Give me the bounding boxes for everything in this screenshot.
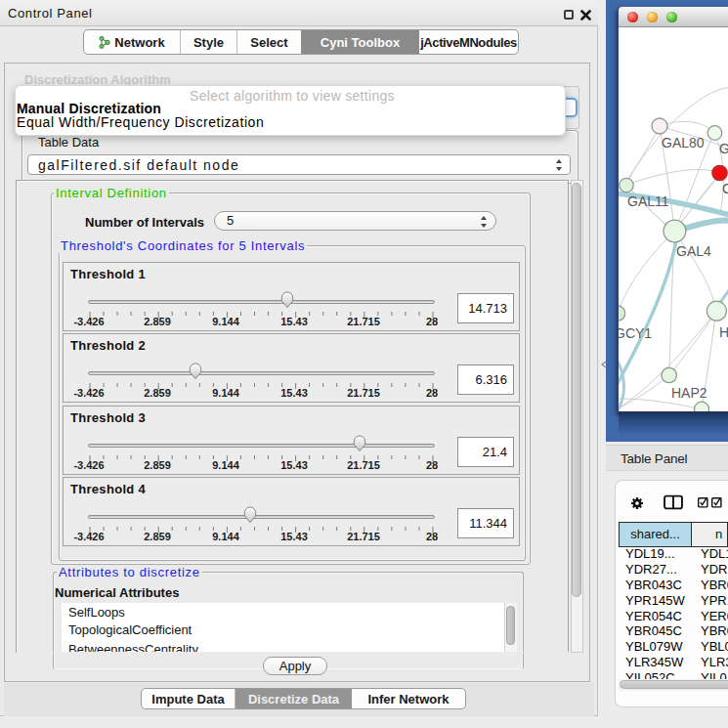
svg-text:GCY1: GCY1 <box>619 325 652 341</box>
svg-text:G.: G. <box>719 141 728 156</box>
svg-text:C: C <box>722 181 728 196</box>
svg-text:GAL80: GAL80 <box>662 135 705 150</box>
svg-text:GAL11: GAL11 <box>627 193 669 209</box>
svg-text:H: H <box>719 324 728 340</box>
svg-text:GAL4: GAL4 <box>676 243 711 259</box>
svg-text:HAP2: HAP2 <box>671 385 707 401</box>
